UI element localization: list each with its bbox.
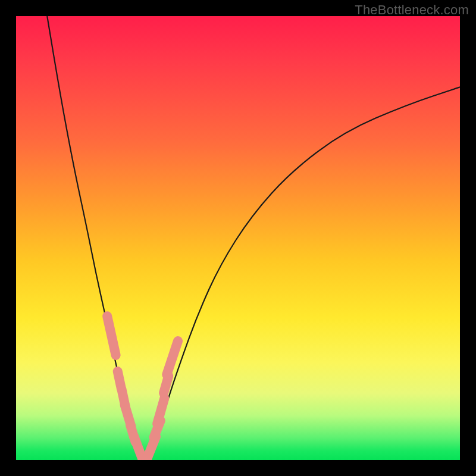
bead (107, 316, 116, 355)
bead-group (107, 316, 178, 460)
right-curve (149, 87, 460, 455)
chart-frame: TheBottleneck.com (0, 0, 476, 476)
bead (167, 341, 178, 375)
curves-svg (16, 16, 460, 460)
plot-area (16, 16, 460, 460)
